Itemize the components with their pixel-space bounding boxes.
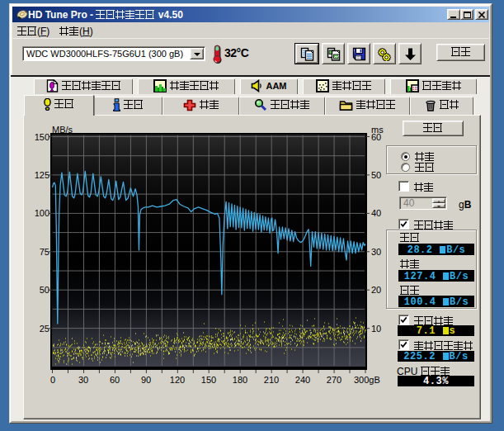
svg-text:210: 210 [264, 375, 279, 385]
svg-text:300gB: 300gB [354, 375, 380, 385]
svg-text:180: 180 [233, 375, 247, 385]
svg-text:90: 90 [141, 375, 151, 385]
svg-text:270: 270 [327, 375, 341, 385]
svg-text:150: 150 [201, 375, 216, 385]
svg-text:50: 50 [40, 285, 49, 295]
svg-text:40: 40 [371, 208, 381, 218]
svg-text:150: 150 [35, 132, 49, 142]
svg-text:125: 125 [35, 170, 49, 180]
svg-text:MB/s: MB/s [52, 125, 73, 135]
svg-text:240: 240 [295, 375, 310, 385]
svg-text:0: 0 [50, 375, 55, 385]
svg-text:10: 10 [371, 324, 381, 334]
svg-text:25: 25 [40, 324, 49, 334]
svg-text:50: 50 [371, 170, 381, 180]
svg-text:120: 120 [170, 375, 185, 385]
svg-text:100: 100 [35, 208, 49, 218]
svg-text:30: 30 [78, 375, 88, 385]
svg-text:60: 60 [110, 375, 120, 385]
svg-text:20: 20 [371, 285, 381, 295]
svg-text:60: 60 [371, 132, 381, 142]
svg-text:30: 30 [371, 247, 381, 257]
svg-text:75: 75 [40, 247, 49, 257]
